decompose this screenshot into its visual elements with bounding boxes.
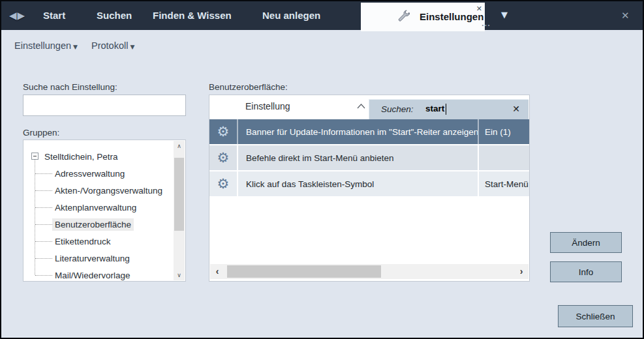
table-row[interactable]: ⚙ Befehle direkt im Start-Menü anbieten	[209, 145, 529, 170]
tree-item-label: Akten-/Vorgangsverwaltung	[52, 184, 165, 197]
tree-line	[35, 241, 52, 242]
tab-overflow[interactable]: ...	[482, 18, 491, 28]
table-search-box[interactable]: Suchen: start ✕	[369, 99, 529, 119]
sort-ascending-icon[interactable]	[357, 100, 365, 111]
chevron-down-icon: ▼	[73, 44, 78, 50]
row-icon-cell: ⚙	[209, 171, 238, 196]
tree-line	[35, 173, 52, 174]
search-setting-input[interactable]	[23, 95, 186, 116]
scroll-up-icon[interactable]: ∧	[174, 141, 185, 151]
gear-icon: ⚙	[217, 177, 230, 191]
tree-item[interactable]: Etikettendruck	[52, 233, 114, 250]
setting-value: Ein (1)	[479, 119, 529, 144]
tab-neu-anlegen[interactable]: Neu anlegen	[262, 1, 320, 30]
scroll-down-icon[interactable]: ∨	[174, 270, 185, 280]
tree-scrollbar[interactable]: ∧ ∨	[174, 141, 185, 280]
tree-item-label: Benutzeroberfläche	[52, 218, 134, 231]
settings-table: Einstellung Suchen: start ✕ ⚙ Banner für…	[209, 95, 530, 282]
info-button[interactable]: Info	[550, 261, 622, 282]
tree-collapse-toggle[interactable]	[31, 153, 38, 160]
settings-window: ◀ ▶ Start Suchen Finden & Wissen Neu anl…	[0, 0, 644, 339]
tree-item-label: Etikettendruck	[52, 235, 114, 248]
tree-item-label: Adressverwaltung	[52, 168, 127, 180]
tree-item-selected[interactable]: Benutzeroberfläche	[52, 216, 134, 233]
tab-close-icon[interactable]: ✕	[476, 5, 482, 13]
aendern-button[interactable]: Ändern	[550, 232, 622, 253]
tab-suchen[interactable]: Suchen	[97, 1, 132, 30]
tree-item[interactable]: Adressverwaltung	[52, 165, 127, 182]
gear-icon: ⚙	[217, 125, 230, 139]
tree-item-label: Mail/Wiedervorlage	[52, 269, 133, 282]
tree-item[interactable]: Literaturverwaltung	[52, 250, 132, 267]
tab-dropdown-icon[interactable]: ▼	[501, 10, 508, 20]
table-header[interactable]: Einstellung Suchen: start ✕	[209, 95, 529, 119]
active-tab-label: Einstellungen	[420, 3, 483, 31]
menu-bar: Einstellungen▼ Protokoll▼	[1, 30, 643, 66]
table-rows: ⚙ Banner für Update-Informationen im "St…	[209, 119, 529, 198]
search-setting-label: Suche nach Einstellung:	[23, 82, 117, 92]
settings-panel-title: Benutzeroberfläche:	[209, 82, 288, 92]
tree-line	[35, 190, 52, 191]
nav-arrows: ◀ ▶	[9, 1, 25, 30]
tree-item[interactable]: Aktenplanverwaltung	[52, 199, 139, 216]
tree-root-label: Stelltdichein, Petra	[42, 151, 121, 163]
setting-name: Banner für Update-Informationen im "Star…	[238, 119, 479, 144]
tab-start[interactable]: Start	[43, 1, 65, 30]
row-icon-cell: ⚙	[209, 145, 238, 170]
tree-line	[35, 207, 52, 208]
tree-line	[35, 224, 52, 225]
table-row-selected[interactable]: ⚙ Banner für Update-Informationen im "St…	[209, 119, 529, 144]
scroll-right-icon[interactable]: ›	[514, 264, 529, 279]
scroll-left-icon[interactable]: ‹	[210, 264, 224, 279]
row-icon-cell: ⚙	[209, 119, 238, 144]
tree-line	[35, 156, 35, 275]
setting-value: Start-Menü	[479, 171, 529, 196]
tab-bar: ◀ ▶ Start Suchen Finden & Wissen Neu anl…	[1, 1, 643, 30]
table-search-input[interactable]: start	[425, 104, 444, 113]
chevron-down-icon: ▼	[130, 44, 134, 50]
menu-einstellungen[interactable]: Einstellungen▼	[14, 40, 78, 51]
back-icon[interactable]: ◀	[9, 10, 17, 22]
table-row[interactable]: ⚙ Klick auf das Taskleisten-Symbol Start…	[209, 171, 529, 196]
hscrollbar-thumb[interactable]	[227, 265, 381, 278]
tree-item[interactable]: Mail/Wiedervorlage	[52, 267, 133, 282]
tree-root-row[interactable]: Stelltdichein, Petra	[23, 148, 174, 165]
menu-protokoll[interactable]: Protokoll▼	[91, 40, 134, 51]
wrench-icon	[396, 10, 412, 28]
tree-item[interactable]: Akten-/Vorgangsverwaltung	[52, 182, 165, 199]
setting-name: Klick auf das Taskleisten-Symbol	[238, 171, 479, 196]
gear-icon: ⚙	[217, 151, 230, 165]
table-horizontal-scrollbar[interactable]: ‹ ›	[210, 264, 529, 279]
schliessen-button[interactable]: Schließen	[558, 305, 633, 327]
tree-item-label: Aktenplanverwaltung	[52, 201, 139, 214]
window-close-icon[interactable]: ✕	[621, 10, 630, 22]
tree-line	[35, 258, 52, 259]
tab-einstellungen-active[interactable]: Einstellungen ✕	[361, 3, 485, 31]
column-header-einstellung[interactable]: Einstellung	[245, 101, 290, 111]
tree-scrollbar-thumb[interactable]	[174, 158, 184, 231]
tree-line	[35, 275, 52, 276]
groups-tree: Stelltdichein, Petra Adressverwaltung Ak…	[23, 140, 186, 282]
setting-value	[479, 145, 529, 170]
table-search-label: Suchen:	[381, 104, 414, 114]
groups-label: Gruppen:	[23, 128, 59, 138]
search-close-icon[interactable]: ✕	[512, 104, 520, 114]
text-cursor	[446, 104, 446, 115]
menu-protokoll-label: Protokoll	[91, 40, 128, 51]
menu-einstellungen-label: Einstellungen	[14, 40, 71, 51]
setting-name: Befehle direkt im Start-Menü anbieten	[238, 145, 479, 170]
tab-finden-wissen[interactable]: Finden & Wissen	[153, 1, 232, 30]
forward-icon[interactable]: ▶	[18, 10, 25, 22]
tree-item-label: Literaturverwaltung	[52, 252, 132, 265]
